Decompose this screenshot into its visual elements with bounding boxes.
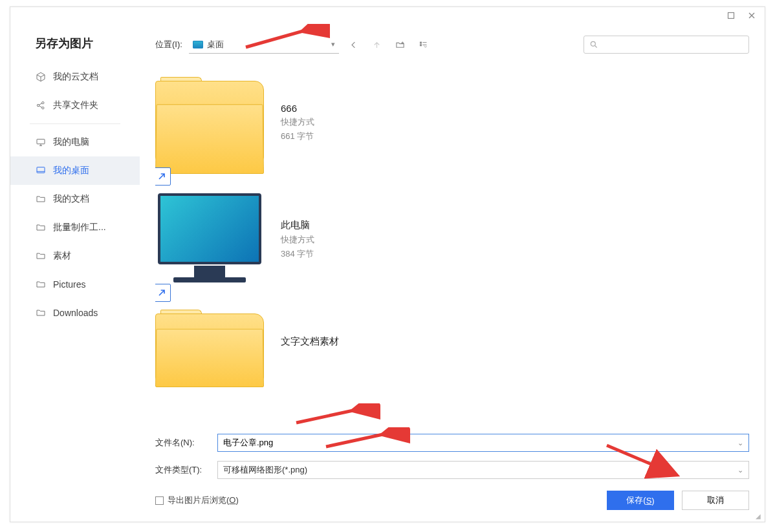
main-panel: 位置(I): 桌面 ▾ (140, 24, 765, 522)
cancel-button[interactable]: 取消 (682, 491, 749, 510)
sidebar-item-label: Downloads (53, 308, 98, 318)
sidebar-item-desktop[interactable]: 我的桌面 (10, 156, 140, 185)
svg-point-2 (42, 101, 44, 103)
file-meta: 666 快捷方式 661 字节 (281, 77, 314, 142)
file-size: 384 字节 (281, 248, 314, 260)
folder-icon (35, 250, 47, 262)
checkbox-label: 导出图片后浏览(O) (168, 495, 239, 506)
desktop-icon (35, 165, 47, 176)
folder-thumbnail (155, 77, 269, 174)
shortcut-icon (155, 167, 171, 186)
shortcut-icon (155, 284, 171, 302)
svg-rect-6 (420, 42, 422, 43)
filetype-label: 文件类型(T): (155, 464, 210, 476)
svg-point-1 (37, 104, 39, 106)
svg-line-11 (296, 406, 374, 423)
folder-thumbnail (155, 310, 269, 387)
sidebar-item-batch[interactable]: 批量制作工... (10, 213, 140, 242)
cube-icon (35, 71, 47, 83)
file-name: 666 (281, 103, 314, 114)
sidebar-item-documents[interactable]: 我的文档 (10, 185, 140, 213)
preview-checkbox[interactable]: 导出图片后浏览(O) (155, 495, 239, 506)
action-row: 导出图片后浏览(O) 保存(S) 取消 (155, 491, 749, 510)
computer-icon (35, 136, 47, 148)
titlebar (10, 7, 765, 24)
folder-icon (35, 307, 47, 319)
resize-grip[interactable] (756, 513, 763, 520)
divider (30, 123, 120, 124)
file-size: 661 字节 (281, 131, 314, 142)
maximize-button[interactable] (725, 9, 737, 22)
dialog-title: 另存为图片 (10, 32, 140, 63)
checkbox-box (155, 496, 164, 505)
folder-icon (35, 193, 47, 205)
file-meta: 文字文档素材 (281, 310, 339, 348)
sidebar-item-pictures[interactable]: Pictures (10, 270, 140, 299)
file-name: 此电脑 (281, 219, 314, 231)
folder-icon (35, 222, 47, 233)
file-list[interactable]: 666 快捷方式 661 字节 此电脑 (155, 58, 749, 431)
svg-line-12 (326, 430, 404, 447)
new-folder-button[interactable] (392, 36, 409, 53)
sidebar-item-cloud-docs[interactable]: 我的云文档 (10, 63, 140, 91)
chevron-down-icon[interactable]: ⌄ (737, 439, 743, 447)
annotation-arrow (603, 443, 681, 479)
search-input[interactable] (602, 40, 743, 49)
filetype-value: 可移植网络图形(*.png) (223, 464, 307, 476)
location-value: 桌面 (207, 39, 224, 50)
chevron-down-icon[interactable]: ⌄ (737, 466, 743, 474)
svg-line-14 (607, 445, 674, 474)
search-box[interactable] (584, 36, 749, 54)
sidebar-item-label: Pictures (53, 279, 86, 290)
file-name: 文字文档素材 (281, 335, 339, 348)
svg-rect-5 (37, 167, 45, 173)
file-meta: 此电脑 快捷方式 384 字节 (281, 193, 314, 260)
svg-point-8 (591, 41, 595, 46)
sidebar-item-label: 我的桌面 (53, 165, 89, 176)
filename-label: 文件名(N): (155, 437, 210, 449)
desktop-icon (193, 41, 203, 48)
svg-rect-7 (420, 44, 422, 45)
file-item[interactable]: 此电脑 快捷方式 384 字节 (155, 193, 749, 290)
sidebar: 另存为图片 我的云文档 共享文件夹 我的电脑 (10, 24, 140, 522)
chevron-down-icon: ▾ (331, 40, 335, 48)
location-label: 位置(I): (155, 39, 182, 50)
sidebar-item-shared[interactable]: 共享文件夹 (10, 91, 140, 120)
annotation-arrow (320, 427, 410, 453)
file-item[interactable]: 666 快捷方式 661 字节 (155, 77, 749, 174)
sidebar-item-label: 我的电脑 (53, 136, 89, 148)
dialog-body: 另存为图片 我的云文档 共享文件夹 我的电脑 (10, 24, 765, 522)
sidebar-item-computer[interactable]: 我的电脑 (10, 128, 140, 156)
search-icon (589, 40, 598, 49)
dialog-window: 另存为图片 我的云文档 共享文件夹 我的电脑 (10, 6, 765, 522)
share-icon (35, 100, 47, 111)
sidebar-item-label: 我的文档 (53, 193, 89, 205)
file-type: 快捷方式 (281, 116, 314, 128)
svg-rect-4 (37, 139, 45, 144)
computer-thumbnail (155, 193, 269, 290)
close-button[interactable] (745, 9, 758, 22)
sidebar-item-label: 我的云文档 (53, 71, 98, 83)
save-button[interactable]: 保存(S) (607, 491, 674, 510)
svg-point-3 (42, 107, 44, 109)
up-button[interactable] (369, 36, 386, 53)
svg-rect-0 (728, 13, 734, 19)
svg-line-10 (246, 25, 323, 47)
folder-icon (35, 279, 47, 290)
view-mode-button[interactable] (415, 36, 432, 53)
sidebar-item-label: 素材 (53, 250, 71, 262)
back-button[interactable] (345, 36, 362, 53)
sidebar-item-material[interactable]: 素材 (10, 242, 140, 270)
file-item[interactable]: 文字文档素材 (155, 310, 749, 387)
sidebar-item-label: 共享文件夹 (53, 100, 98, 111)
sidebar-item-label: 批量制作工... (53, 222, 106, 233)
annotation-arrow (290, 403, 380, 429)
file-type: 快捷方式 (281, 234, 314, 246)
sidebar-item-downloads[interactable]: Downloads (10, 299, 140, 327)
annotation-arrow (239, 24, 330, 54)
